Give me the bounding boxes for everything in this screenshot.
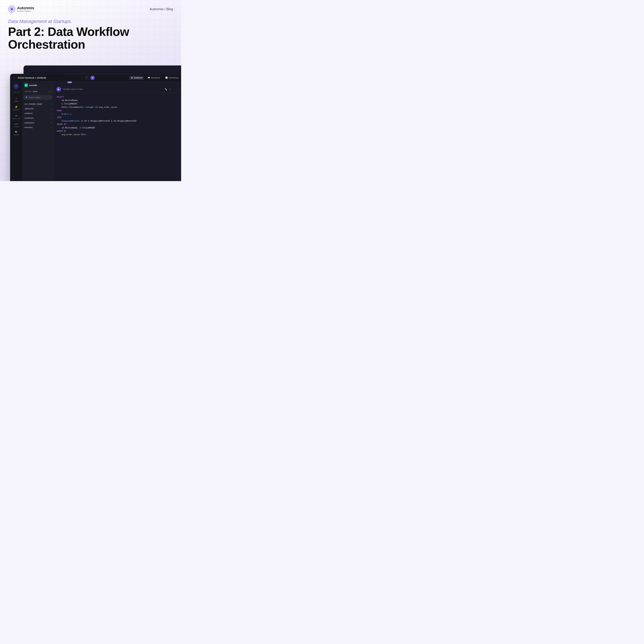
sidebar-item-connect[interactable]: ⚡ CONNECT	[11, 104, 21, 112]
schema-dropdown-icon[interactable]: ▾	[48, 91, 49, 92]
data-mgmt-line: Data Management at Startups.	[8, 19, 173, 24]
run-icon: ▶	[58, 88, 59, 90]
back-arrow-icon[interactable]: ←	[13, 76, 16, 79]
table-item-addresses[interactable]: addresses ▾	[22, 106, 54, 111]
schema-label: Schema:	[24, 90, 32, 92]
brand-subtitle: AI Data Platform	[17, 10, 34, 12]
tab-notebook[interactable]: 📓 Notebook	[129, 76, 144, 80]
text-badge: text	[67, 82, 72, 83]
sql-code-area[interactable]: SELECT sm.MethodName, o.TotalAMOUNT, AVG…	[54, 93, 181, 181]
sql-line-total-amount: o.TotalAMOUNT,	[57, 102, 180, 106]
sidebar-item-search[interactable]: 🔍 SEARCH	[11, 129, 21, 137]
table-list: acc_charges_target ▾ addresses ▾ cartite…	[22, 101, 54, 130]
eye-icon[interactable]: 👁	[169, 88, 171, 91]
sidebar-logo-icon	[14, 84, 19, 89]
table-item-employees[interactable]: employees ▾	[22, 120, 54, 125]
play-button[interactable]: ▶	[90, 76, 95, 80]
edit-icon[interactable]: ✏️	[165, 88, 167, 91]
code-panel: text ▶ Variable name for bloc ✏️ 👁 ↑ ↓	[54, 82, 181, 181]
notebook-title: Retail Notebook 1 (Default)	[18, 76, 46, 79]
variable-name-input[interactable]: Variable name for bloc	[63, 88, 165, 90]
svg-point-15	[16, 86, 17, 87]
sidebar-item-studio[interactable]: </> STUDIO	[11, 121, 21, 129]
toolbar-right-icons: ✏️ 👁 ↑ ↓ ⤢	[165, 88, 180, 91]
table-name-employees: employees	[24, 122, 34, 124]
badge-row: text	[54, 82, 181, 86]
main-window: ← Retail Notebook 1 (Default) ⋮ ⟳ ▶ 📓 No	[10, 74, 181, 181]
brand-name: Autonmis	[17, 6, 34, 10]
table-item-inventory[interactable]: inventory ▾	[22, 125, 54, 130]
window-topbar: ← Retail Notebook 1 (Default) ⋮ ⟳ ▶ 📓 No	[10, 74, 181, 82]
data-mgmt-prefix: Data Management at	[8, 19, 53, 24]
sidebar-dataflow-label: DATAFLOW	[12, 118, 20, 119]
down-icon[interactable]: ↓	[176, 88, 177, 91]
schema-value: public	[33, 90, 38, 92]
search-tables-input[interactable]: 🔍 Search Tables	[24, 95, 52, 100]
svg-point-5	[11, 8, 12, 10]
collapse-icon[interactable]: ‹	[51, 84, 51, 86]
search-tables-icon: 🔍	[26, 97, 28, 98]
db-panel: N neondb ‹ Schema: public ▾ ⧉ 🔍 Search T…	[22, 82, 54, 181]
svg-point-7	[11, 11, 12, 12]
db-name: neondb	[29, 84, 37, 87]
table-name-cartitems: cartitems	[24, 112, 33, 115]
svg-point-9	[14, 9, 14, 9]
table-item-cartitems[interactable]: cartitems ▾	[22, 111, 54, 116]
logo-area: Autonmis AI Data Platform	[8, 5, 34, 13]
sidebar-connect-label: CONNECT	[13, 109, 20, 111]
page-wrapper: Autonmis AI Data Platform Autonmis / Blo…	[0, 0, 181, 181]
search-tables-label: Search Tables	[29, 96, 40, 98]
sql-line-group: GROUP BY	[57, 123, 180, 126]
sidebar-studio-label: STUDIO	[14, 126, 19, 127]
sql-line-group-fields: sm.MethodName, o.TotalAMOUNT	[57, 126, 180, 130]
table-name-inventory: inventory	[24, 126, 33, 129]
sidebar-item-home[interactable]: ⌂ HOME	[11, 95, 21, 103]
db-icon: N	[24, 84, 28, 87]
topbar-center: ⋮ ⟳ ▶	[81, 76, 95, 80]
sql-line-order-field: avg_order_value DESC;	[57, 133, 180, 136]
topbar-right: 📓 Notebook 📖 Storybook 📊 Dashboard	[129, 76, 180, 80]
storybook-tab-label: Storybook	[151, 77, 160, 79]
more-options-icon[interactable]: ⋮	[81, 76, 83, 79]
sql-line-shipping: ShippingMethods sm ON o.ShippingMethodID…	[57, 119, 180, 123]
expand-arrow-2: ▾	[51, 113, 51, 114]
home-icon: ⌂	[15, 97, 17, 100]
table-item-customers[interactable]: customers ▾	[22, 116, 54, 120]
up-icon[interactable]: ↑	[173, 88, 174, 91]
sql-line-sm-method: sm.MethodName,	[57, 99, 180, 102]
sidebar: Autonmis ⌂ HOME ⚡ CONNECT ⇌ DATAFLOW <	[10, 82, 22, 181]
blog-label: Autonmis / Blog	[150, 7, 173, 11]
sidebar-logo-wrap	[14, 84, 19, 90]
sidebar-brand-text: Autonmis	[13, 92, 19, 93]
tab-storybook[interactable]: 📖 Storybook	[146, 76, 161, 80]
expand-arrow-3: ▾	[51, 117, 51, 119]
autonmis-logo-icon	[8, 5, 15, 13]
main-title: Part 2: Data Workflow Orchestration	[8, 25, 173, 51]
studio-icon: </>	[14, 123, 18, 125]
sql-line-join: JOIN	[57, 116, 180, 119]
data-mgmt-highlight: Startups.	[53, 19, 72, 24]
schema-row: Schema: public ▾ ⧉	[22, 89, 54, 94]
copy-icon[interactable]: ⧉	[50, 90, 51, 92]
window-body: Autonmis ⌂ HOME ⚡ CONNECT ⇌ DATAFLOW <	[10, 82, 181, 181]
sql-line-from: FROM	[57, 109, 180, 113]
expand-arrow-5: ▾	[51, 127, 51, 128]
search-icon: 🔍	[15, 131, 18, 133]
notebook-tab-label: Notebook	[134, 77, 142, 79]
sidebar-item-dataflow[interactable]: ⇌ DATAFLOW	[11, 113, 21, 121]
logo-text: Autonmis AI Data Platform	[17, 6, 34, 12]
expand-arrow-4: ▾	[51, 122, 51, 124]
header: Autonmis AI Data Platform Autonmis / Blo…	[0, 0, 181, 13]
rewind-button[interactable]: ⟳	[85, 76, 89, 80]
expand-icon[interactable]: ⤢	[178, 88, 180, 91]
sql-line-avg: AVG(o.TotalAmount)::integer AS avg_order…	[57, 106, 180, 109]
play-icon: ▶	[92, 77, 93, 79]
storybook-tab-icon: 📖	[148, 77, 150, 79]
connect-icon: ⚡	[15, 105, 18, 109]
sql-line-order: ORDER BY	[57, 130, 180, 133]
table-name-addresses: addresses	[24, 108, 34, 110]
tab-dashboard[interactable]: 📊 Dashboard	[164, 76, 180, 80]
db-header: N neondb ‹	[22, 82, 54, 89]
run-button[interactable]: ▶	[56, 87, 61, 92]
table-item-acc-charges[interactable]: acc_charges_target ▾	[22, 102, 54, 106]
